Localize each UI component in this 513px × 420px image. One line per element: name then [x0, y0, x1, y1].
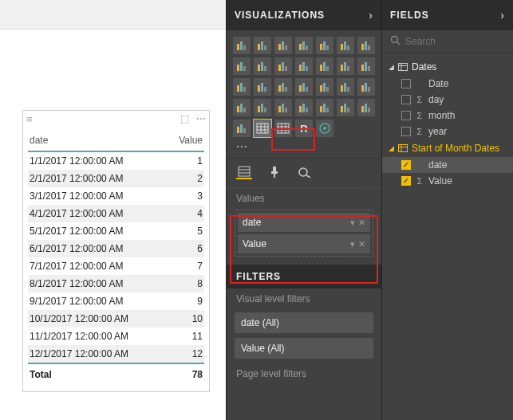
table-row[interactable]: 6/1/2017 12:00:00 AM6: [28, 240, 204, 257]
text-box-icon[interactable]: [337, 99, 354, 116]
pie-chart-icon[interactable]: [233, 78, 251, 96]
svg-rect-66: [258, 106, 260, 112]
fields-header[interactable]: FIELDS ›: [382, 0, 513, 30]
table-row[interactable]: 7/1/2017 12:00:00 AM7: [28, 257, 204, 275]
more-options-icon[interactable]: ⋯: [196, 113, 206, 124]
card-icon[interactable]: [233, 99, 251, 116]
field-checkbox[interactable]: ✓: [401, 176, 411, 186]
100-stacked-bar-chart-icon[interactable]: [316, 37, 333, 54]
fields-field-row[interactable]: Σday: [382, 92, 513, 108]
column-header-date[interactable]: date: [30, 135, 167, 146]
stacked-bar-chart-icon[interactable]: [233, 37, 251, 54]
filled-map-icon[interactable]: [316, 78, 333, 96]
field-checkbox[interactable]: [401, 95, 411, 104]
fieldwell-item[interactable]: Value▾✕: [238, 234, 370, 253]
shape-icon[interactable]: [357, 99, 375, 116]
stacked-column-chart-icon[interactable]: [254, 37, 271, 54]
line-clustered-column-icon[interactable]: [274, 57, 292, 75]
table-row[interactable]: 12/1/2017 12:00:00 AM12: [28, 345, 204, 363]
area-chart-icon[interactable]: [233, 57, 251, 75]
fields-table-header[interactable]: ◢Start of Month Dates: [382, 139, 513, 157]
filter-item[interactable]: date (All): [235, 312, 373, 333]
donut-chart-icon[interactable]: [254, 78, 271, 96]
slicer-icon[interactable]: [295, 99, 313, 116]
fields-field-row[interactable]: ✓ΣValue: [382, 173, 513, 189]
table-row[interactable]: 8/1/2017 12:00:00 AM8: [28, 275, 204, 292]
table-row[interactable]: 3/1/2017 12:00:00 AM3: [28, 187, 204, 205]
table-icon[interactable]: [254, 120, 271, 137]
fields-pane: FIELDS › ◢DatesΣDateΣdayΣmonthΣyear◢Star…: [381, 0, 513, 420]
treemap-icon[interactable]: [274, 78, 292, 96]
map-icon[interactable]: [295, 78, 313, 96]
number-card-icon[interactable]: [316, 99, 333, 116]
line-stacked-column-icon[interactable]: [295, 57, 313, 75]
table-icon: [398, 144, 408, 152]
matrix-icon[interactable]: [274, 120, 292, 137]
report-canvas[interactable]: ≡ ⬚ ⋯ date Value 1/1/2017 12:00:00 AM12/…: [0, 0, 226, 420]
line-chart-icon[interactable]: [357, 37, 375, 54]
waterfall-chart-icon[interactable]: [337, 57, 354, 75]
svg-rect-99: [239, 167, 250, 176]
fields-field-row[interactable]: ✓Σdate: [382, 157, 513, 173]
more-visuals-icon[interactable]: ⋯: [227, 140, 381, 158]
cell-date: 5/1/2017 12:00:00 AM: [30, 226, 167, 237]
table-row[interactable]: 5/1/2017 12:00:00 AM5: [28, 222, 204, 240]
svg-rect-58: [344, 83, 346, 92]
fieldwell-item[interactable]: date▾✕: [238, 213, 370, 232]
table-row[interactable]: 11/1/2017 12:00:00 AM11: [28, 328, 204, 345]
ribbon-chart-icon[interactable]: [316, 57, 333, 75]
fields-field-row[interactable]: Σmonth: [382, 108, 513, 124]
fields-field-row[interactable]: ΣDate: [382, 76, 513, 92]
chevron-down-icon[interactable]: ▾: [350, 218, 355, 227]
table-visual-frame[interactable]: ≡ ⬚ ⋯ date Value 1/1/2017 12:00:00 AM12/…: [22, 110, 210, 392]
drag-grip-icon[interactable]: ≡: [26, 113, 31, 125]
clustered-column-chart-icon[interactable]: [295, 37, 313, 54]
clustered-bar-chart-icon[interactable]: [274, 37, 292, 54]
fields-field-row[interactable]: Σyear: [382, 124, 513, 139]
chevron-down-icon[interactable]: ▾: [350, 239, 355, 249]
format-tab-icon[interactable]: [266, 165, 282, 179]
svg-rect-11: [306, 45, 308, 50]
table-row[interactable]: 4/1/2017 12:00:00 AM4: [28, 205, 204, 222]
visualizations-header[interactable]: VISUALIZATIONS ›: [227, 0, 381, 30]
focus-mode-icon[interactable]: ⬚: [180, 113, 189, 124]
funnel-chart-icon[interactable]: [337, 78, 354, 96]
svg-rect-78: [341, 106, 343, 112]
fields-table-header[interactable]: ◢Dates: [382, 58, 513, 76]
field-checkbox[interactable]: [401, 127, 411, 136]
filter-item[interactable]: Value (All): [235, 338, 373, 359]
scatter-chart-icon[interactable]: [357, 57, 375, 75]
analytics-tab-icon[interactable]: [297, 165, 313, 179]
svg-rect-37: [344, 62, 346, 71]
table-row[interactable]: 2/1/2017 12:00:00 AM2: [28, 170, 204, 187]
field-checkbox[interactable]: ✓: [401, 160, 411, 170]
filters-header[interactable]: FILTERS: [227, 265, 381, 289]
remove-field-icon[interactable]: ✕: [358, 218, 365, 227]
fields-search[interactable]: [382, 30, 513, 53]
values-fieldwell[interactable]: date▾✕Value▾✕: [235, 210, 373, 257]
cell-value: 7: [167, 261, 203, 272]
column-header-value[interactable]: Value: [167, 135, 203, 146]
fields-tab-icon[interactable]: [236, 165, 252, 179]
kpi-icon[interactable]: [274, 99, 292, 116]
table-row[interactable]: 9/1/2017 12:00:00 AM9: [28, 292, 204, 310]
chevron-right-icon[interactable]: ›: [500, 9, 505, 22]
svg-rect-77: [326, 108, 329, 112]
remove-field-icon[interactable]: ✕: [358, 239, 365, 249]
stacked-area-chart-icon[interactable]: [254, 57, 271, 75]
multirow-card-icon[interactable]: [254, 99, 271, 116]
100-stacked-column-chart-icon[interactable]: [337, 37, 354, 54]
field-checkbox[interactable]: [401, 79, 411, 88]
field-checkbox[interactable]: [401, 111, 411, 120]
r-visual-icon[interactable]: R: [295, 120, 313, 137]
arcgis-map-icon[interactable]: [316, 120, 333, 137]
table-row[interactable]: 10/1/2017 12:00:00 AM10: [28, 310, 204, 328]
chevron-right-icon[interactable]: ›: [369, 9, 373, 22]
expand-triangle-icon[interactable]: ◢: [389, 63, 394, 71]
table-row[interactable]: 1/1/2017 12:00:00 AM1: [28, 152, 204, 170]
expand-triangle-icon[interactable]: ◢: [389, 144, 394, 152]
search-input[interactable]: [405, 36, 513, 47]
svg-rect-2: [243, 45, 246, 50]
mekko-chart-icon[interactable]: [233, 120, 251, 137]
gauge-icon[interactable]: [357, 78, 375, 96]
